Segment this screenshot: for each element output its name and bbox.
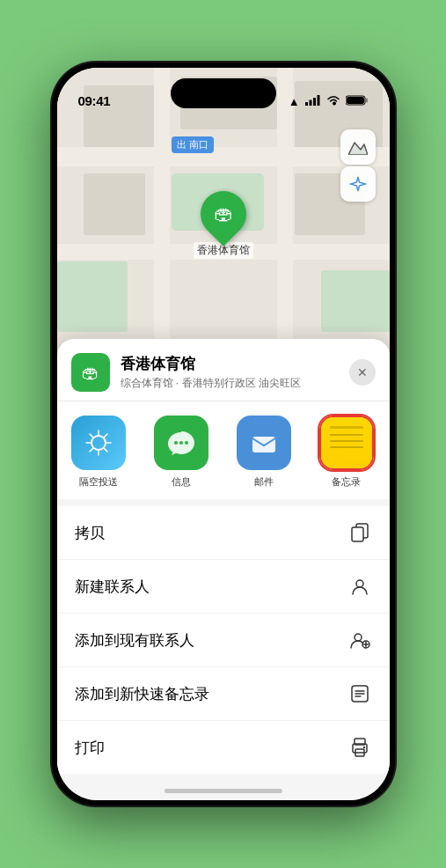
wifi-icon xyxy=(326,95,340,108)
map-exit-label: 出 南口 xyxy=(172,136,214,153)
marker-pin-icon: 🏟 xyxy=(214,202,233,225)
venue-logo: 🏟 xyxy=(71,353,110,392)
home-indicator xyxy=(165,789,282,793)
location-button[interactable] xyxy=(340,166,376,202)
copy-icon xyxy=(347,520,372,545)
action-print[interactable]: 打印 xyxy=(57,721,390,774)
notes-label: 备忘录 xyxy=(332,475,361,489)
exit-name: 南口 xyxy=(189,138,208,151)
share-row: 隔空投送 信息 xyxy=(57,401,390,506)
dynamic-island xyxy=(171,78,276,108)
action-new-contact[interactable]: 新建联系人 xyxy=(57,560,390,614)
svg-rect-5 xyxy=(366,99,368,103)
action-add-existing[interactable]: 添加到现有联系人 xyxy=(57,614,390,667)
svg-rect-18 xyxy=(321,270,390,332)
svg-rect-35 xyxy=(352,527,363,541)
new-contact-icon xyxy=(347,574,372,599)
svg-rect-17 xyxy=(57,261,128,332)
airdrop-label: 隔空投送 xyxy=(79,475,118,489)
action-new-contact-label: 新建联系人 xyxy=(75,577,150,597)
action-add-notes[interactable]: 添加到新快速备忘录 xyxy=(57,667,390,721)
venue-info: 香港体育馆 综合体育馆 · 香港特别行政区 油尖旺区 xyxy=(121,354,339,391)
share-messages[interactable]: 信息 xyxy=(140,416,223,489)
notes-icon xyxy=(319,416,374,470)
svg-point-48 xyxy=(362,747,364,748)
phone-screen: 09:41 ▲ xyxy=(57,68,390,800)
add-existing-icon xyxy=(347,628,372,652)
share-notes[interactable]: 备忘录 xyxy=(305,416,388,489)
add-notes-icon xyxy=(347,681,372,706)
svg-point-27 xyxy=(174,441,178,445)
venue-subtitle: 综合体育馆 · 香港特别行政区 油尖旺区 xyxy=(121,376,339,391)
share-more[interactable]: 推 xyxy=(388,416,390,489)
close-button[interactable]: ✕ xyxy=(349,359,376,386)
status-time: 09:41 xyxy=(78,93,111,108)
exit-prefix: 出 xyxy=(177,138,186,151)
share-mail[interactable]: 邮件 xyxy=(223,416,305,489)
mail-icon xyxy=(237,416,291,470)
bottom-sheet: 🏟 香港体育馆 综合体育馆 · 香港特别行政区 油尖旺区 ✕ xyxy=(57,339,390,800)
action-add-existing-label: 添加到现有联系人 xyxy=(75,630,194,651)
location-icon: ▲ xyxy=(289,95,300,108)
svg-rect-19 xyxy=(84,173,145,235)
map-controls xyxy=(340,129,376,202)
signal-icon xyxy=(305,95,321,108)
battery-icon xyxy=(346,95,369,108)
action-copy-label: 拷贝 xyxy=(75,523,105,543)
messages-label: 信息 xyxy=(172,475,191,489)
action-add-notes-label: 添加到新快速备忘录 xyxy=(75,684,209,704)
print-icon xyxy=(347,735,372,760)
mail-label: 邮件 xyxy=(254,475,274,489)
svg-point-28 xyxy=(179,441,183,445)
svg-rect-3 xyxy=(317,95,319,106)
action-print-label: 打印 xyxy=(75,738,105,758)
status-icons: ▲ xyxy=(289,95,369,108)
action-list: 拷贝 新建联系人 xyxy=(57,506,390,774)
action-copy[interactable]: 拷贝 xyxy=(57,506,390,560)
share-airdrop[interactable]: 隔空投送 xyxy=(57,416,140,489)
svg-point-37 xyxy=(355,634,362,641)
phone-frame: 09:41 ▲ xyxy=(52,63,395,805)
map-type-button[interactable] xyxy=(340,129,376,165)
venue-title: 香港体育馆 xyxy=(121,354,339,374)
airdrop-icon xyxy=(71,416,126,470)
svg-point-29 xyxy=(185,441,188,445)
svg-rect-0 xyxy=(305,102,308,106)
map-marker[interactable]: 🏟 香港体育馆 xyxy=(194,191,253,259)
sheet-header: 🏟 香港体育馆 综合体育馆 · 香港特别行政区 油尖旺区 ✕ xyxy=(57,339,390,401)
svg-rect-6 xyxy=(347,97,364,104)
messages-icon xyxy=(154,416,208,470)
svg-point-36 xyxy=(356,580,363,587)
svg-rect-1 xyxy=(309,100,311,107)
svg-rect-2 xyxy=(313,98,316,106)
marker-pin: 🏟 xyxy=(191,181,256,246)
